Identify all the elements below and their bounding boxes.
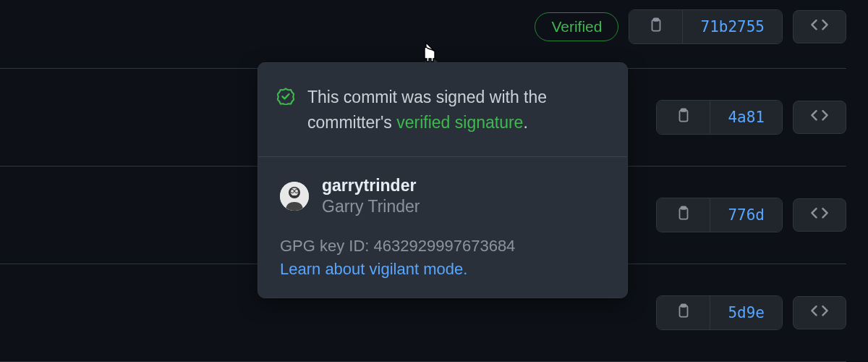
popover-header: This commit was signed with the committe…	[258, 63, 627, 157]
svg-rect-1	[654, 18, 659, 20]
signer-username[interactable]: garrytrinder	[322, 176, 420, 195]
code-icon	[810, 302, 829, 324]
message-highlight: verified signature	[396, 113, 523, 132]
clipboard-icon	[676, 206, 692, 225]
clipboard-icon	[676, 303, 692, 323]
verified-badge[interactable]: Verified	[535, 12, 618, 41]
verified-signature-popover: This commit was signed with the committe…	[258, 62, 628, 298]
svg-rect-2	[679, 110, 687, 121]
svg-rect-7	[681, 304, 686, 306]
signer-info: garrytrinder Garry Trinder	[280, 176, 605, 216]
copy-sha-button[interactable]	[657, 101, 710, 134]
code-icon	[810, 16, 829, 38]
browse-code-button[interactable]	[793, 296, 846, 329]
gpg-key-id: 4632929997673684	[374, 237, 516, 255]
copy-sha-button[interactable]	[657, 198, 710, 232]
clipboard-icon	[676, 108, 692, 127]
popover-body: garrytrinder Garry Trinder GPG key ID: 4…	[258, 157, 627, 298]
commit-sha-group: 776d	[656, 198, 783, 232]
svg-rect-5	[681, 206, 686, 209]
code-icon	[810, 106, 829, 129]
gpg-label: GPG key ID:	[280, 237, 374, 255]
commit-sha-group: 71b2755	[629, 9, 783, 44]
commit-sha-link[interactable]: 4a81	[710, 101, 782, 134]
browse-code-button[interactable]	[793, 101, 846, 134]
commit-sha-group: 4a81	[656, 100, 783, 135]
clipboard-icon	[648, 17, 664, 37]
browse-code-button[interactable]	[793, 198, 846, 232]
signer-fullname: Garry Trinder	[322, 197, 420, 216]
signature-message: This commit was signed with the committe…	[307, 85, 605, 135]
svg-rect-3	[681, 109, 686, 111]
commit-sha-link[interactable]: 776d	[710, 198, 782, 232]
code-icon	[810, 204, 829, 227]
message-suffix: .	[523, 113, 527, 132]
commit-sha-group: 5d9e	[656, 295, 783, 330]
verified-check-icon	[277, 88, 294, 135]
gpg-key-row: GPG key ID: 4632929997673684	[280, 237, 605, 256]
commit-sha-link[interactable]: 71b2755	[683, 10, 782, 43]
copy-sha-button[interactable]	[657, 296, 710, 329]
copy-sha-button[interactable]	[629, 10, 683, 43]
commit-sha-link[interactable]: 5d9e	[710, 296, 782, 329]
browse-code-button[interactable]	[793, 10, 846, 43]
avatar[interactable]	[280, 182, 309, 211]
vigilant-mode-link[interactable]: Learn about vigilant mode.	[280, 260, 605, 279]
